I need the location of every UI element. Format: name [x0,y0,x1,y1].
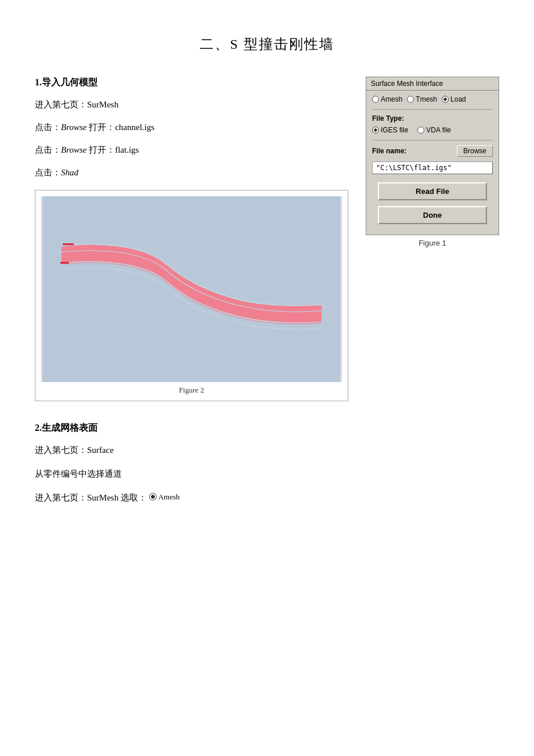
radio-vda-circle [417,127,424,134]
radio-vda-label: VDA file [426,126,451,134]
radio-amesh[interactable]: Amesh [372,95,402,103]
filetype-row: IGES file VDA file [372,126,493,134]
figure2-box: Figure 2 [35,190,348,401]
filename-row: File name: Browse [372,145,493,157]
divider2 [372,140,493,141]
radio-tmesh[interactable]: Tmesh [407,95,437,103]
figure2-canvas [41,196,342,382]
amesh-radio-inline: Amesh [149,490,180,503]
right-column: Surface Mesh Interface Amesh Tmesh [366,77,499,247]
amesh-radio-dot [149,493,157,501]
svg-rect-2 [60,262,69,264]
smesh-title-bar: Surface Mesh Interface [366,77,499,91]
radio-tmesh-circle [407,96,414,103]
radio-vda[interactable]: VDA file [417,126,451,134]
section1-line2: 点击：Browse 打开：channel.igs [35,120,348,135]
smesh-body: Amesh Tmesh Load File Type: [366,91,499,235]
s2-line1: 进入第七页：Surface [35,442,499,458]
radio-load-label: Load [450,95,466,103]
figure2-caption: Figure 2 [41,386,342,395]
radio-amesh-label: Amesh [381,95,402,103]
section2-heading: 2.生成网格表面 [35,422,499,434]
left-column: 1.导入几何模型 进入第七页：SurMesh 点击：Browse 打开：chan… [35,77,348,401]
content-area: 1.导入几何模型 进入第七页：SurMesh 点击：Browse 打开：chan… [35,77,499,401]
amesh-radio-inline-label: Amesh [158,490,180,503]
radio-iges-label: IGES file [381,126,408,134]
done-button[interactable]: Done [378,206,486,224]
radio-load-circle [442,96,449,103]
filename-label: File name: [372,147,406,155]
figure1-caption: Figure 1 [366,239,499,247]
s-curve-svg [41,196,342,382]
panel-title: Surface Mesh Interface [371,80,443,88]
radio-tmesh-label: Tmesh [416,95,437,103]
radio-iges-circle [372,127,379,134]
section2: 2.生成网格表面 进入第七页：Surface 从零件编号中选择通道 进入第七页：… [35,422,499,506]
section1-line1: 进入第七页：SurMesh [35,97,348,113]
radio-load[interactable]: Load [442,95,466,103]
radio-amesh-circle [372,96,379,103]
file-type-label: File Type: [372,114,493,123]
radio-iges[interactable]: IGES file [372,126,408,134]
page-title: 二、S 型撞击刚性墙 [35,35,499,53]
s2-line3: 进入第七页：SurMesh 选取： Amesh [35,490,499,506]
browse-button[interactable]: Browse [457,145,493,157]
filepath-display: "C:\LSTC\flat.igs" [372,161,493,174]
s2-line2: 从零件编号中选择通道 [35,466,499,482]
divider1 [372,109,493,110]
read-file-button[interactable]: Read File [378,182,486,200]
svg-rect-1 [63,243,74,245]
mesh-type-radio-row: Amesh Tmesh Load [372,95,493,103]
section1-line4: 点击：Shad [35,165,348,181]
section1-heading: 1.导入几何模型 [35,77,348,89]
smesh-panel: Surface Mesh Interface Amesh Tmesh [366,77,499,235]
section1-line3: 点击：Browse 打开：flat.igs [35,142,348,158]
